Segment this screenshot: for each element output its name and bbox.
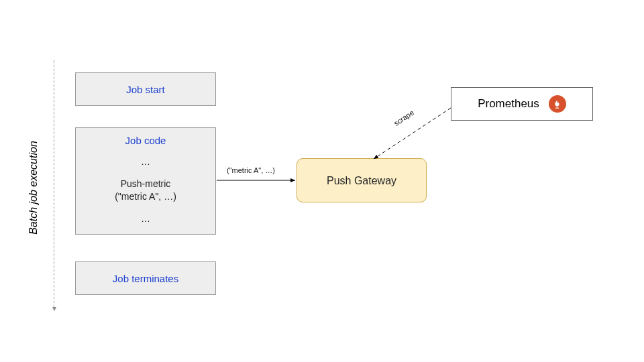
job-code-title: Job code: [76, 135, 215, 146]
job-code-push-metric: Push-metric ("metric A", …): [76, 178, 215, 203]
job-terminates-title: Job terminates: [113, 273, 178, 284]
prometheus-label: Prometheus: [478, 97, 539, 111]
job-start-title: Job start: [126, 84, 165, 95]
job-start-box: Job start: [75, 72, 216, 106]
job-code-ellipsis-2: …: [76, 213, 215, 225]
push-gateway-label: Push Gateway: [327, 175, 396, 186]
arrow-push-label: ("metric A", …): [227, 166, 275, 174]
push-metric-line2: ("metric A", …): [115, 191, 176, 202]
job-code-ellipsis-1: …: [76, 156, 215, 168]
prometheus-flame-icon: [549, 95, 566, 113]
push-gateway-box: Push Gateway: [297, 158, 427, 202]
arrow-scrape-label: scrape: [392, 109, 415, 127]
execution-axis: [54, 60, 54, 308]
job-code-box: Job code … Push-metric ("metric A", …) …: [75, 127, 216, 235]
axis-label: Batch job execution: [28, 141, 40, 235]
prometheus-box: Prometheus: [451, 87, 593, 121]
push-metric-line1: Push-metric: [121, 178, 171, 189]
job-terminates-box: Job terminates: [75, 261, 216, 295]
